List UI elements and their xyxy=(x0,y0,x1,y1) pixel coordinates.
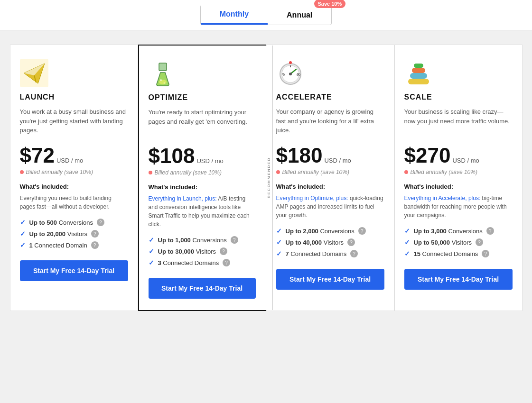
plan-icon-wrapper xyxy=(149,57,256,88)
feature-text: 1 Connected Domain xyxy=(29,242,87,249)
billed-dot xyxy=(404,170,408,174)
plan-name: ACCELERATE xyxy=(276,93,384,101)
cta-button[interactable]: Start My Free 14-Day Trial xyxy=(404,269,513,290)
plan-name: LAUNCH xyxy=(20,93,128,101)
help-icon[interactable]: ? xyxy=(482,250,489,257)
plan-desc: Your business is scaling like crazy—now … xyxy=(404,107,513,136)
billed-note: Billed annually (save 10%) xyxy=(20,169,128,175)
help-icon[interactable]: ? xyxy=(223,259,230,266)
check-icon: ✓ xyxy=(276,238,282,246)
recommended-label: RECOMMENDED xyxy=(265,46,273,310)
check-icon: ✓ xyxy=(149,236,154,244)
billed-note: Billed annually (save 10%) xyxy=(276,169,384,175)
feature-item: ✓ Up to 1,000 Conversions ? xyxy=(149,236,256,244)
check-icon: ✓ xyxy=(20,219,26,226)
billed-dot xyxy=(276,170,280,174)
billed-dot xyxy=(20,170,24,174)
billing-toggle: Monthly Annual Save 10% xyxy=(200,5,332,25)
plan-desc: You're ready to start optimizing your pa… xyxy=(149,108,256,136)
feature-item: ✓ 15 Connected Domains ? xyxy=(404,250,513,257)
feature-item: ✓ Up to 500 Conversions ? xyxy=(20,219,128,226)
cta-button[interactable]: Start My Free 14-Day Trial xyxy=(276,269,384,290)
price-amount: $72 xyxy=(20,145,55,166)
help-icon[interactable]: ? xyxy=(91,241,99,249)
feature-text: Up to 500 Conversions xyxy=(29,219,93,226)
svg-point-7 xyxy=(163,82,165,84)
price-row: $180 USD / mo xyxy=(276,145,384,166)
billed-note: Billed annually (save 10%) xyxy=(149,169,256,176)
feature-text: 7 Connected Domains xyxy=(286,250,347,257)
svg-rect-4 xyxy=(159,63,167,71)
feature-item: ✓ Up to 40,000 Visitors ? xyxy=(276,238,384,246)
help-icon[interactable]: ? xyxy=(231,236,238,244)
save-badge: Save 10% xyxy=(314,0,346,8)
feature-text: Up to 3,000 Conversions xyxy=(414,228,483,235)
feature-text: Up to 1,000 Conversions xyxy=(158,237,227,244)
cta-button[interactable]: Start My Free 14-Day Trial xyxy=(20,260,128,281)
plan-name: SCALE xyxy=(404,93,513,101)
svg-point-6 xyxy=(160,79,162,81)
price-meta: USD / mo xyxy=(56,157,83,164)
price-row: $108 USD / mo xyxy=(149,146,256,166)
help-icon[interactable]: ? xyxy=(97,219,104,226)
feature-text: 3 Connected Domains xyxy=(158,259,219,266)
help-icon[interactable]: ? xyxy=(486,227,494,235)
svg-rect-19 xyxy=(410,73,427,79)
check-icon: ✓ xyxy=(149,247,154,255)
whats-included-label: What's included: xyxy=(149,183,256,191)
features-list: ✓ Up to 2,000 Conversions ? ✓ Up to 40,0… xyxy=(276,227,384,257)
check-icon: ✓ xyxy=(276,250,282,257)
svg-rect-21 xyxy=(414,64,423,68)
check-icon: ✓ xyxy=(404,238,410,246)
feature-text: Up to 2,000 Conversions xyxy=(286,228,355,235)
check-icon: ✓ xyxy=(20,241,26,249)
price-row: $270 USD / mo xyxy=(404,145,513,166)
plan-card-launch: LAUNCH You work at a busy small business… xyxy=(10,45,138,311)
plan-desc: Your company or agency is growing fast a… xyxy=(276,107,384,136)
check-icon: ✓ xyxy=(404,250,410,257)
help-icon[interactable]: ? xyxy=(220,247,227,255)
plan-icon-wrapper xyxy=(404,56,513,87)
feature-text: Up to 40,000 Visitors xyxy=(286,239,344,246)
features-list: ✓ Up to 500 Conversions ? ✓ Up to 20,000… xyxy=(20,219,128,249)
price-meta: USD / mo xyxy=(324,157,351,164)
feature-item: ✓ Up to 20,000 Visitors ? xyxy=(20,230,128,238)
help-icon[interactable]: ? xyxy=(350,250,358,257)
feature-item: ✓ Up to 50,000 Visitors ? xyxy=(404,238,513,246)
help-icon[interactable]: ? xyxy=(91,230,99,238)
plan-card-optimize: RECOMMENDED OPTIMIZE You're ready to sta… xyxy=(138,45,266,311)
plan-name: OPTIMIZE xyxy=(149,93,256,102)
feature-text: Up to 50,000 Visitors xyxy=(414,239,472,246)
svg-text:0: 0 xyxy=(283,73,285,76)
included-desc: Everything in Launch, plus: A/B testing … xyxy=(149,194,256,229)
whats-included-label: What's included: xyxy=(20,183,128,190)
header: Monthly Annual Save 10% xyxy=(0,0,532,30)
price-meta: USD / mo xyxy=(196,157,223,165)
svg-rect-20 xyxy=(412,68,425,73)
check-icon: ✓ xyxy=(149,259,154,266)
included-desc: Everything in Optimize, plus: quick-load… xyxy=(276,194,384,220)
features-list: ✓ Up to 1,000 Conversions ? ✓ Up to 30,0… xyxy=(149,236,256,266)
price-amount: $270 xyxy=(404,145,451,166)
feature-text: Up to 20,000 Visitors xyxy=(29,230,88,238)
plan-desc: You work at a busy small business and yo… xyxy=(20,107,128,136)
svg-rect-18 xyxy=(408,79,429,84)
price-meta: USD / mo xyxy=(452,157,479,164)
plans-container: LAUNCH You work at a busy small business… xyxy=(0,30,532,325)
help-icon[interactable]: ? xyxy=(476,238,483,246)
svg-point-17 xyxy=(289,61,292,64)
feature-item: ✓ Up to 3,000 Conversions ? xyxy=(404,227,513,235)
plan-icon-wrapper xyxy=(20,56,128,87)
features-list: ✓ Up to 3,000 Conversions ? ✓ Up to 50,0… xyxy=(404,227,513,257)
recommended-wrapper: RECOMMENDED xyxy=(265,46,273,310)
help-icon[interactable]: ? xyxy=(358,227,366,235)
feature-item: ✓ 7 Connected Domains ? xyxy=(276,250,384,257)
price-amount: $180 xyxy=(276,145,323,166)
feature-item: ✓ Up to 30,000 Visitors ? xyxy=(149,247,256,255)
cta-button[interactable]: Start My Free 14-Day Trial xyxy=(149,278,256,299)
help-icon[interactable]: ? xyxy=(347,238,355,246)
monthly-toggle[interactable]: Monthly xyxy=(201,5,268,25)
feature-item: ✓ 1 Connected Domain ? xyxy=(20,241,128,249)
feature-text: 15 Connected Domains xyxy=(414,250,478,257)
annual-toggle[interactable]: Annual xyxy=(268,6,331,24)
